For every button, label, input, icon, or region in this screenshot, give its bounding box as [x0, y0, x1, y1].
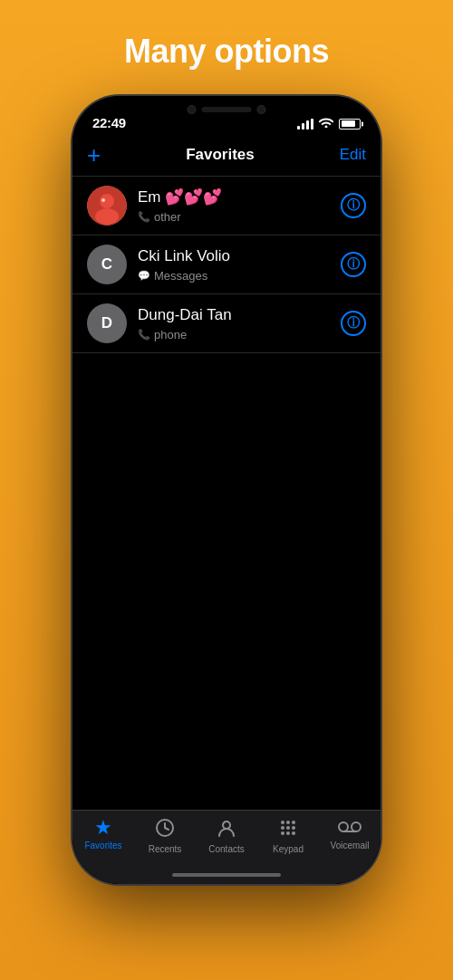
avatar-letter-cki: C: [101, 255, 112, 274]
tab-keypad[interactable]: Keypad: [257, 818, 319, 854]
svg-point-12: [286, 826, 290, 830]
svg-point-18: [352, 822, 361, 831]
tab-favorites[interactable]: ★ Favorites: [72, 818, 134, 850]
contact-sub-em: 📞 other: [138, 210, 341, 224]
notch: [157, 96, 297, 123]
avatar-cki: C: [87, 245, 127, 284]
svg-point-8: [281, 821, 284, 824]
contact-info-dung: Dung-Dai Tan 📞 phone: [138, 305, 341, 341]
add-favorite-button[interactable]: +: [87, 143, 101, 167]
app-content: + Favorites Edit: [72, 136, 381, 884]
svg-point-10: [292, 821, 295, 824]
status-icons: [297, 117, 361, 130]
tab-recents[interactable]: Recents: [134, 818, 196, 854]
tab-contacts-label: Contacts: [208, 844, 244, 854]
nav-title: Favorites: [186, 146, 255, 164]
message-sub-icon: 💬: [138, 270, 150, 282]
signal-icon: [297, 119, 313, 130]
svg-point-2: [95, 208, 119, 225]
phone-sub-icon: 📞: [138, 211, 150, 223]
contact-sub-label-em: other: [154, 210, 181, 224]
contact-sub-dung: 📞 phone: [138, 328, 341, 341]
nav-header: + Favorites Edit: [72, 136, 381, 177]
tab-contacts[interactable]: Contacts: [196, 818, 257, 854]
contact-list: Em 💕💕💕 📞 other ⓘ C Cki Link Volio: [72, 177, 381, 884]
svg-point-13: [292, 826, 295, 830]
svg-point-3: [101, 198, 105, 202]
contact-info-cki: Cki Link Volio 💬 Messages: [138, 246, 341, 282]
home-indicator: [172, 873, 281, 877]
contact-item-cki[interactable]: C Cki Link Volio 💬 Messages ⓘ: [72, 235, 381, 294]
page-header: Many options: [0, 0, 453, 89]
contact-sub-label-dung: phone: [154, 328, 187, 341]
contact-sub-label-cki: Messages: [154, 269, 207, 283]
contact-info-em: Em 💕💕💕 📞 other: [138, 187, 341, 223]
nav-top-row: + Favorites Edit: [87, 143, 366, 167]
svg-point-11: [281, 826, 284, 830]
phone-frame: 22:49: [72, 96, 381, 884]
keypad-icon: [278, 818, 298, 841]
contact-sub-cki: 💬 Messages: [138, 269, 341, 283]
svg-point-9: [286, 821, 290, 824]
svg-point-15: [286, 831, 290, 835]
avatar-letter-dung: D: [101, 314, 112, 332]
tab-recents-label: Recents: [149, 844, 182, 854]
notch-speaker: [202, 107, 252, 112]
avatar-em: [87, 186, 127, 226]
svg-point-14: [281, 831, 284, 835]
tab-favorites-label: Favorites: [84, 841, 121, 850]
battery-icon: [339, 119, 361, 130]
svg-point-7: [223, 821, 230, 829]
notch-camera-right: [257, 105, 266, 114]
clock-icon: [155, 818, 175, 841]
contact-item-em[interactable]: Em 💕💕💕 📞 other ⓘ: [72, 177, 381, 235]
contact-name-dung: Dung-Dai Tan: [138, 305, 341, 325]
status-time: 22:49: [92, 115, 126, 130]
wifi-icon: [319, 117, 333, 130]
contact-name-em: Em 💕💕💕: [138, 187, 341, 207]
tab-voicemail[interactable]: Voicemail: [319, 818, 381, 850]
edit-button[interactable]: Edit: [340, 146, 366, 164]
phone-sub-icon-dung: 📞: [138, 329, 150, 341]
tab-keypad-label: Keypad: [273, 844, 304, 854]
avatar-dung: D: [87, 303, 127, 343]
star-icon: ★: [94, 818, 112, 838]
page-title: Many options: [124, 33, 329, 70]
info-button-em[interactable]: ⓘ: [341, 193, 366, 218]
person-icon: [217, 818, 236, 841]
info-button-cki[interactable]: ⓘ: [341, 252, 366, 277]
screen: 22:49: [72, 96, 381, 884]
voicemail-icon: [338, 818, 361, 838]
notch-camera: [188, 105, 197, 114]
svg-point-16: [292, 831, 295, 835]
svg-point-17: [339, 822, 348, 831]
info-button-dung[interactable]: ⓘ: [341, 311, 366, 336]
contact-item-dung[interactable]: D Dung-Dai Tan 📞 phone ⓘ: [72, 294, 381, 353]
tab-bar: ★ Favorites Recents: [72, 810, 381, 884]
tab-voicemail-label: Voicemail: [331, 841, 370, 850]
contact-name-cki: Cki Link Volio: [138, 246, 341, 266]
svg-line-6: [165, 828, 169, 830]
